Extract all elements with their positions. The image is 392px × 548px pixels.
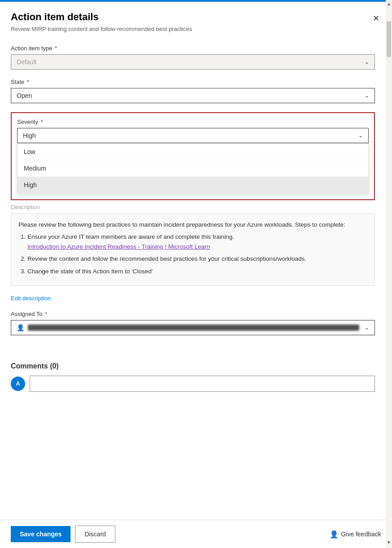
required-star: * (44, 311, 48, 317)
required-star: * (25, 79, 29, 85)
scrollbar-thumb[interactable] (387, 21, 391, 57)
comments-title: Comments (0) (11, 362, 375, 370)
description-steps: Ensure your Azure IT team members are aw… (18, 232, 367, 276)
state-value: Open (17, 92, 32, 99)
description-label: Description (11, 202, 375, 210)
action-item-type-dropdown[interactable]: Default ⌄ (11, 54, 375, 70)
comment-input[interactable] (30, 376, 375, 392)
description-step-1: Ensure your Azure IT team members are aw… (27, 232, 367, 251)
action-item-type-field: Action item type * Default ⌄ (11, 45, 375, 70)
severity-option-high[interactable]: High (18, 177, 368, 193)
comment-input-row: A (11, 376, 375, 392)
description-intro: Please review the following best practic… (18, 220, 367, 230)
severity-dropdown[interactable]: High ⌄ (17, 128, 369, 143)
chevron-down-icon: ⌄ (358, 132, 363, 139)
person-icon: 👤 (17, 324, 24, 331)
panel-content: Action item type * Default ⌄ State * Ope… (0, 38, 386, 520)
edit-description-link[interactable]: Edit description (11, 295, 51, 302)
state-field: State * Open ⌄ (11, 79, 375, 103)
panel-subtitle: Review MIRP training content and follow … (11, 26, 366, 32)
footer-left: Save changes Discard (11, 526, 115, 543)
feedback-icon: 👤 (330, 530, 339, 539)
scrollbar[interactable]: ▲ ▼ (386, 0, 392, 548)
comments-section: Comments (0) A (11, 362, 375, 392)
close-icon: ✕ (373, 13, 379, 23)
give-feedback-link[interactable]: 👤 Give feedback (330, 530, 382, 539)
description-label-partial: Description (11, 202, 375, 210)
severity-value: High (23, 132, 36, 139)
spacer (11, 344, 375, 355)
assigned-to-value (28, 324, 359, 331)
panel-title: Action item details (11, 11, 366, 24)
assigned-to-field: Assigned To * 👤 ⌄ (11, 311, 375, 335)
description-box: Please review the following best practic… (11, 213, 375, 286)
save-changes-button[interactable]: Save changes (11, 526, 70, 542)
action-item-type-value: Default (17, 58, 36, 66)
assigned-to-label: Assigned To * (11, 311, 375, 317)
chevron-down-icon: ⌄ (365, 92, 369, 99)
step-1-link[interactable]: Introduction to Azure Incident Readiness… (27, 243, 210, 250)
action-item-details-panel: Action item details Review MIRP training… (0, 0, 392, 548)
step-2-text: Review the content and follow the recomm… (27, 255, 306, 262)
chevron-down-icon: ⌄ (365, 324, 369, 331)
scroll-up-arrow[interactable]: ▲ (387, 0, 391, 8)
step-3-text: Change the state of this Action Item to … (27, 268, 153, 275)
edit-description-wrapper: Edit description (11, 290, 375, 302)
severity-dropdown-wrapper: High ⌄ Low Medium High (17, 128, 369, 194)
panel-footer: Save changes Discard 👤 Give feedback (0, 520, 392, 548)
feedback-label: Give feedback (341, 530, 382, 538)
title-group: Action item details Review MIRP training… (11, 11, 366, 32)
severity-dropdown-menu: Low Medium High (17, 143, 369, 194)
description-step-3: Change the state of this Action Item to … (27, 267, 367, 276)
close-button[interactable]: ✕ (371, 12, 381, 25)
discard-button[interactable]: Discard (75, 526, 115, 543)
action-item-type-label: Action item type * (11, 45, 375, 52)
chevron-down-icon: ⌄ (365, 59, 369, 65)
avatar-initials: A (16, 380, 20, 387)
state-dropdown[interactable]: Open ⌄ (11, 88, 375, 103)
severity-option-medium[interactable]: Medium (18, 160, 368, 177)
panel-header: Action item details Review MIRP training… (0, 2, 392, 38)
scroll-down-arrow[interactable]: ▼ (387, 539, 391, 546)
assigned-to-dropdown[interactable]: 👤 ⌄ (11, 320, 375, 335)
required-star: * (39, 118, 43, 125)
required-star: * (53, 45, 57, 52)
state-label: State * (11, 79, 375, 85)
severity-label: Severity * (17, 118, 369, 125)
severity-section: Severity * High ⌄ Low Medium High (11, 112, 375, 200)
severity-option-low[interactable]: Low (18, 144, 368, 160)
comment-avatar: A (11, 377, 25, 391)
description-step-2: Review the content and follow the recomm… (27, 254, 367, 264)
step-1-text: Ensure your Azure IT team members are aw… (27, 233, 234, 240)
